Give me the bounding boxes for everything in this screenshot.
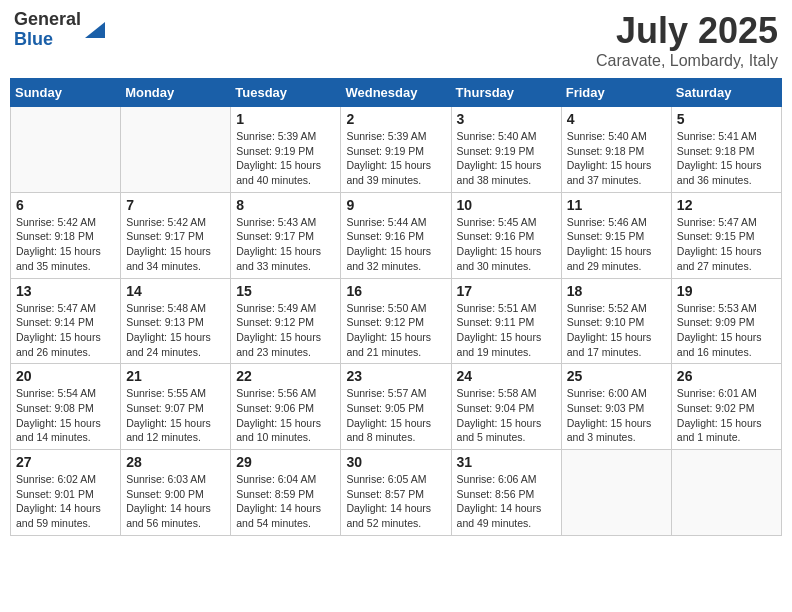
day-info: Sunrise: 5:52 AM Sunset: 9:10 PM Dayligh… (567, 301, 666, 360)
week-row-2: 6Sunrise: 5:42 AM Sunset: 9:18 PM Daylig… (11, 192, 782, 278)
day-number: 19 (677, 283, 776, 299)
day-info: Sunrise: 5:39 AM Sunset: 9:19 PM Dayligh… (346, 129, 445, 188)
day-cell: 7Sunrise: 5:42 AM Sunset: 9:17 PM Daylig… (121, 192, 231, 278)
day-number: 6 (16, 197, 115, 213)
day-cell: 2Sunrise: 5:39 AM Sunset: 9:19 PM Daylig… (341, 107, 451, 193)
day-cell: 8Sunrise: 5:43 AM Sunset: 9:17 PM Daylig… (231, 192, 341, 278)
day-number: 1 (236, 111, 335, 127)
day-cell: 25Sunrise: 6:00 AM Sunset: 9:03 PM Dayli… (561, 364, 671, 450)
day-info: Sunrise: 5:56 AM Sunset: 9:06 PM Dayligh… (236, 386, 335, 445)
day-cell: 26Sunrise: 6:01 AM Sunset: 9:02 PM Dayli… (671, 364, 781, 450)
day-info: Sunrise: 5:54 AM Sunset: 9:08 PM Dayligh… (16, 386, 115, 445)
day-info: Sunrise: 5:55 AM Sunset: 9:07 PM Dayligh… (126, 386, 225, 445)
day-cell: 15Sunrise: 5:49 AM Sunset: 9:12 PM Dayli… (231, 278, 341, 364)
day-number: 21 (126, 368, 225, 384)
day-cell: 18Sunrise: 5:52 AM Sunset: 9:10 PM Dayli… (561, 278, 671, 364)
day-number: 15 (236, 283, 335, 299)
day-cell (561, 450, 671, 536)
weekday-header-saturday: Saturday (671, 79, 781, 107)
day-number: 24 (457, 368, 556, 384)
weekday-header-thursday: Thursday (451, 79, 561, 107)
day-number: 13 (16, 283, 115, 299)
day-cell: 13Sunrise: 5:47 AM Sunset: 9:14 PM Dayli… (11, 278, 121, 364)
day-cell: 20Sunrise: 5:54 AM Sunset: 9:08 PM Dayli… (11, 364, 121, 450)
day-info: Sunrise: 5:51 AM Sunset: 9:11 PM Dayligh… (457, 301, 556, 360)
day-number: 16 (346, 283, 445, 299)
day-info: Sunrise: 5:41 AM Sunset: 9:18 PM Dayligh… (677, 129, 776, 188)
day-info: Sunrise: 5:48 AM Sunset: 9:13 PM Dayligh… (126, 301, 225, 360)
weekday-header-friday: Friday (561, 79, 671, 107)
day-info: Sunrise: 5:44 AM Sunset: 9:16 PM Dayligh… (346, 215, 445, 274)
week-row-3: 13Sunrise: 5:47 AM Sunset: 9:14 PM Dayli… (11, 278, 782, 364)
day-info: Sunrise: 5:42 AM Sunset: 9:17 PM Dayligh… (126, 215, 225, 274)
day-info: Sunrise: 6:04 AM Sunset: 8:59 PM Dayligh… (236, 472, 335, 531)
day-cell: 22Sunrise: 5:56 AM Sunset: 9:06 PM Dayli… (231, 364, 341, 450)
day-cell: 12Sunrise: 5:47 AM Sunset: 9:15 PM Dayli… (671, 192, 781, 278)
day-info: Sunrise: 5:47 AM Sunset: 9:15 PM Dayligh… (677, 215, 776, 274)
day-info: Sunrise: 5:39 AM Sunset: 9:19 PM Dayligh… (236, 129, 335, 188)
day-cell (671, 450, 781, 536)
calendar: SundayMondayTuesdayWednesdayThursdayFrid… (10, 78, 782, 536)
day-number: 12 (677, 197, 776, 213)
weekday-header-tuesday: Tuesday (231, 79, 341, 107)
location-title: Caravate, Lombardy, Italy (596, 52, 778, 70)
day-cell: 4Sunrise: 5:40 AM Sunset: 9:18 PM Daylig… (561, 107, 671, 193)
day-info: Sunrise: 6:02 AM Sunset: 9:01 PM Dayligh… (16, 472, 115, 531)
day-info: Sunrise: 5:40 AM Sunset: 9:18 PM Dayligh… (567, 129, 666, 188)
day-cell: 16Sunrise: 5:50 AM Sunset: 9:12 PM Dayli… (341, 278, 451, 364)
day-cell: 19Sunrise: 5:53 AM Sunset: 9:09 PM Dayli… (671, 278, 781, 364)
day-info: Sunrise: 5:50 AM Sunset: 9:12 PM Dayligh… (346, 301, 445, 360)
week-row-5: 27Sunrise: 6:02 AM Sunset: 9:01 PM Dayli… (11, 450, 782, 536)
weekday-header-row: SundayMondayTuesdayWednesdayThursdayFrid… (11, 79, 782, 107)
day-info: Sunrise: 5:45 AM Sunset: 9:16 PM Dayligh… (457, 215, 556, 274)
day-number: 18 (567, 283, 666, 299)
day-cell: 5Sunrise: 5:41 AM Sunset: 9:18 PM Daylig… (671, 107, 781, 193)
day-cell: 10Sunrise: 5:45 AM Sunset: 9:16 PM Dayli… (451, 192, 561, 278)
day-number: 25 (567, 368, 666, 384)
logo-general: General (14, 10, 81, 30)
logo-icon (83, 18, 105, 40)
day-number: 30 (346, 454, 445, 470)
day-info: Sunrise: 5:49 AM Sunset: 9:12 PM Dayligh… (236, 301, 335, 360)
day-cell: 1Sunrise: 5:39 AM Sunset: 9:19 PM Daylig… (231, 107, 341, 193)
day-number: 4 (567, 111, 666, 127)
day-number: 17 (457, 283, 556, 299)
day-info: Sunrise: 5:42 AM Sunset: 9:18 PM Dayligh… (16, 215, 115, 274)
day-number: 14 (126, 283, 225, 299)
page-header: General Blue July 2025 Caravate, Lombard… (10, 10, 782, 70)
day-cell: 17Sunrise: 5:51 AM Sunset: 9:11 PM Dayli… (451, 278, 561, 364)
day-info: Sunrise: 6:03 AM Sunset: 9:00 PM Dayligh… (126, 472, 225, 531)
day-cell: 31Sunrise: 6:06 AM Sunset: 8:56 PM Dayli… (451, 450, 561, 536)
day-number: 27 (16, 454, 115, 470)
day-cell: 23Sunrise: 5:57 AM Sunset: 9:05 PM Dayli… (341, 364, 451, 450)
svg-marker-0 (85, 22, 105, 38)
day-info: Sunrise: 6:01 AM Sunset: 9:02 PM Dayligh… (677, 386, 776, 445)
day-cell: 21Sunrise: 5:55 AM Sunset: 9:07 PM Dayli… (121, 364, 231, 450)
logo-blue: Blue (14, 30, 81, 50)
day-number: 20 (16, 368, 115, 384)
day-number: 31 (457, 454, 556, 470)
day-cell (121, 107, 231, 193)
day-cell: 9Sunrise: 5:44 AM Sunset: 9:16 PM Daylig… (341, 192, 451, 278)
day-info: Sunrise: 5:40 AM Sunset: 9:19 PM Dayligh… (457, 129, 556, 188)
day-cell: 29Sunrise: 6:04 AM Sunset: 8:59 PM Dayli… (231, 450, 341, 536)
day-number: 5 (677, 111, 776, 127)
week-row-4: 20Sunrise: 5:54 AM Sunset: 9:08 PM Dayli… (11, 364, 782, 450)
day-number: 10 (457, 197, 556, 213)
weekday-header-wednesday: Wednesday (341, 79, 451, 107)
day-number: 22 (236, 368, 335, 384)
day-info: Sunrise: 5:57 AM Sunset: 9:05 PM Dayligh… (346, 386, 445, 445)
day-cell: 14Sunrise: 5:48 AM Sunset: 9:13 PM Dayli… (121, 278, 231, 364)
week-row-1: 1Sunrise: 5:39 AM Sunset: 9:19 PM Daylig… (11, 107, 782, 193)
weekday-header-sunday: Sunday (11, 79, 121, 107)
day-number: 7 (126, 197, 225, 213)
day-number: 23 (346, 368, 445, 384)
weekday-header-monday: Monday (121, 79, 231, 107)
day-number: 28 (126, 454, 225, 470)
day-info: Sunrise: 5:58 AM Sunset: 9:04 PM Dayligh… (457, 386, 556, 445)
day-info: Sunrise: 5:47 AM Sunset: 9:14 PM Dayligh… (16, 301, 115, 360)
day-number: 29 (236, 454, 335, 470)
day-info: Sunrise: 6:00 AM Sunset: 9:03 PM Dayligh… (567, 386, 666, 445)
day-number: 8 (236, 197, 335, 213)
day-number: 9 (346, 197, 445, 213)
